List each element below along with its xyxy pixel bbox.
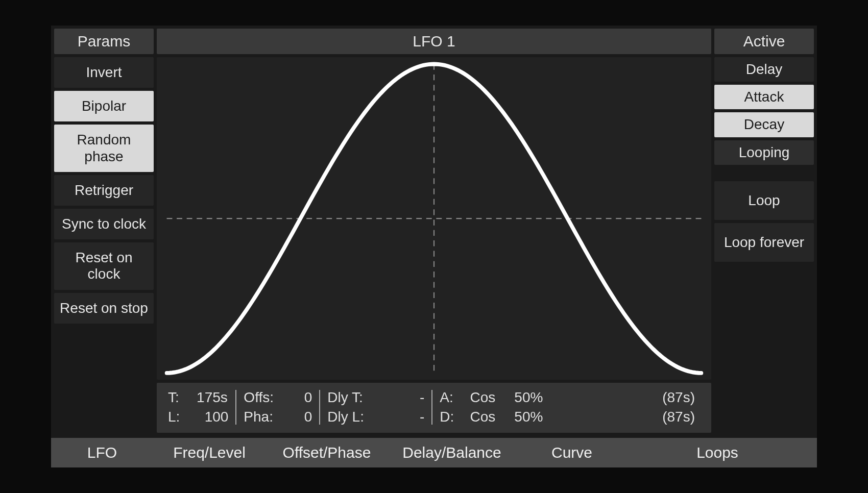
lfo-graph-svg bbox=[157, 57, 711, 380]
upper-area: Params Invert Bipolar Random phase Retri… bbox=[51, 26, 817, 438]
ro-pha-label: Pha: bbox=[244, 407, 276, 427]
ro-pha-value[interactable]: 0 bbox=[281, 407, 312, 427]
ro-dlyl-value[interactable]: - bbox=[373, 407, 424, 427]
tab-curve[interactable]: Curve bbox=[516, 444, 628, 461]
stage-attack[interactable]: Attack bbox=[714, 85, 814, 109]
lfo-title: LFO 1 bbox=[157, 29, 711, 54]
ro-l-value[interactable]: 100 bbox=[185, 407, 228, 427]
stage-decay[interactable]: Decay bbox=[714, 112, 814, 137]
ro-a-time: (87s) bbox=[554, 388, 695, 407]
lfo-graph[interactable] bbox=[157, 57, 711, 380]
ro-dlyl-label: Dly L: bbox=[327, 407, 368, 427]
ro-d-pct[interactable]: 50% bbox=[508, 407, 549, 427]
ro-offs-label: Offs: bbox=[244, 388, 276, 407]
readout-bar: T:175s L:100 Offs:0 Pha:0 Dly T:- Dly L:… bbox=[157, 383, 711, 433]
tab-lfo[interactable]: LFO bbox=[51, 444, 153, 461]
ro-d-label: D: bbox=[440, 407, 457, 427]
ro-t-label: T: bbox=[168, 388, 179, 407]
ro-d-shape[interactable]: Cos bbox=[462, 407, 503, 427]
params-header: Params bbox=[54, 29, 154, 54]
params-column: Params Invert Bipolar Random phase Retri… bbox=[54, 29, 154, 433]
ro-t-value[interactable]: 175s bbox=[184, 388, 228, 407]
stage-looping[interactable]: Looping bbox=[714, 140, 814, 165]
param-bipolar[interactable]: Bipolar bbox=[54, 91, 154, 121]
loop-forever-button[interactable]: Loop forever bbox=[714, 223, 814, 262]
lfo-editor: Params Invert Bipolar Random phase Retri… bbox=[51, 26, 817, 467]
tab-loops[interactable]: Loops bbox=[628, 444, 817, 461]
param-reset-on-stop[interactable]: Reset on stop bbox=[54, 293, 154, 324]
ro-a-shape[interactable]: Cos bbox=[462, 388, 503, 407]
param-sync-to-clock[interactable]: Sync to clock bbox=[54, 209, 154, 239]
ro-dlyt-label: Dly T: bbox=[327, 388, 368, 407]
tab-freq-level[interactable]: Freq/Level bbox=[153, 444, 266, 461]
tab-offset-phase[interactable]: Offset/Phase bbox=[266, 444, 388, 461]
ro-d-time: (87s) bbox=[554, 407, 695, 427]
param-reset-on-clock[interactable]: Reset on clock bbox=[54, 242, 154, 289]
ro-l-label: L: bbox=[168, 407, 180, 427]
loop-button[interactable]: Loop bbox=[714, 181, 814, 220]
param-invert[interactable]: Invert bbox=[54, 57, 154, 88]
spacer bbox=[714, 168, 814, 178]
param-random-phase[interactable]: Random phase bbox=[54, 125, 154, 171]
param-retrigger[interactable]: Retrigger bbox=[54, 175, 154, 206]
ro-a-label: A: bbox=[440, 388, 457, 407]
active-column: Active Delay Attack Decay Looping Loop L… bbox=[714, 29, 814, 433]
tab-delay-balance[interactable]: Delay/Balance bbox=[388, 444, 516, 461]
ro-dlyt-value[interactable]: - bbox=[373, 388, 424, 407]
footer-tabs: LFO Freq/Level Offset/Phase Delay/Balanc… bbox=[51, 438, 817, 467]
center-column: LFO 1 T:175s L:100 Offs:0 Pha:0 bbox=[157, 29, 711, 433]
active-header: Active bbox=[714, 29, 814, 54]
ro-a-pct[interactable]: 50% bbox=[508, 388, 549, 407]
stage-delay[interactable]: Delay bbox=[714, 57, 814, 82]
ro-offs-value[interactable]: 0 bbox=[281, 388, 312, 407]
